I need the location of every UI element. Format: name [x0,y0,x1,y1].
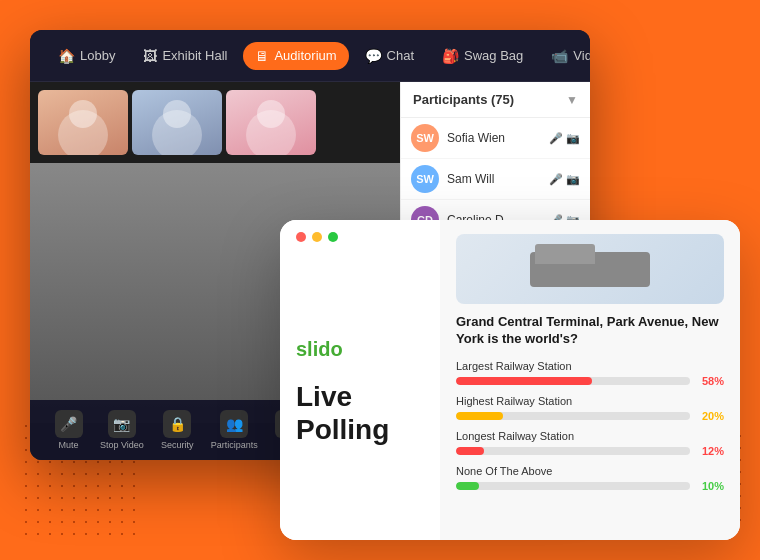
lobby-label: Lobby [80,48,115,63]
video-thumbnails [30,82,400,163]
toolbar-security-button[interactable]: 🔒 Security [161,410,194,450]
nav-item-chat[interactable]: 💬Chat [353,42,426,70]
mic-icon: 🎤 [549,132,563,145]
poll-options: Largest Railway Station 58% Highest Rail… [456,360,724,500]
poll-option-label: Largest Railway Station [456,360,724,372]
participants-count: Participants (75) [413,92,514,107]
toolbar-stop-video-button[interactable]: 📷 Stop Video [100,410,144,450]
poll-percentage: 10% [696,480,724,492]
auditorium-icon: 🖥 [255,48,269,64]
lobby-icon: 🏠 [58,48,75,64]
chevron-down-icon: ▼ [566,93,578,107]
poll-percentage: 58% [696,375,724,387]
poll-option-2: Longest Railway Station 12% [456,430,724,457]
participant-avatar: SW [411,124,439,152]
train-icon [530,252,650,287]
slido-title: Live Polling [296,381,424,445]
security-icon: 🔒 [163,410,191,438]
mic-icon: 🎤 [549,173,563,186]
nav-item-swag[interactable]: 🎒Swag Bag [430,42,535,70]
traffic-light-red[interactable] [296,232,306,242]
poll-bar-fill [456,447,484,455]
slido-image [456,234,724,304]
poll-option-3: None Of The Above 10% [456,465,724,492]
nav-item-video[interactable]: 📹Video Vault [539,42,590,70]
video-icon: 📹 [551,48,568,64]
participant-avatar: SW [411,165,439,193]
poll-bar-track [456,377,690,385]
swag-label: Swag Bag [464,48,523,63]
chat-label: Chat [387,48,414,63]
participants-header: Participants (75) ▼ [401,82,590,118]
slido-window: slido Live Polling Grand Central Termina… [280,220,740,540]
person-face-3 [226,90,316,155]
traffic-light-green[interactable] [328,232,338,242]
participant-item: SW Sofia Wien 🎤 📷 [401,118,590,159]
mute-icon: 🎤 [55,410,83,438]
person-face-1 [38,90,128,155]
stop-video-label: Stop Video [100,440,144,450]
person-face-2 [132,90,222,155]
poll-percentage: 20% [696,410,724,422]
slido-left-panel: slido Live Polling [280,220,440,540]
security-label: Security [161,440,194,450]
mute-label: Mute [59,440,79,450]
poll-bar-row: 12% [456,445,724,457]
thumbnail-2[interactable] [132,90,222,155]
poll-option-label: None Of The Above [456,465,724,477]
stop-video-icon: 📷 [108,410,136,438]
poll-bar-fill [456,377,592,385]
nav-item-exhibit[interactable]: 🖼Exhibit Hall [131,42,239,70]
thumbnail-3[interactable] [226,90,316,155]
auditorium-label: Auditorium [274,48,336,63]
poll-bar-track [456,412,690,420]
exhibit-icon: 🖼 [143,48,157,64]
poll-option-0: Largest Railway Station 58% [456,360,724,387]
poll-option-label: Highest Railway Station [456,395,724,407]
thumbnail-1[interactable] [38,90,128,155]
participant-name: Sam Will [447,172,541,186]
poll-bar-row: 58% [456,375,724,387]
poll-bar-row: 10% [456,480,724,492]
participants-icon: 👥 [220,410,248,438]
slido-right-panel: Grand Central Terminal, Park Avenue, New… [440,220,740,540]
traffic-lights [296,232,338,242]
cam-icon: 📷 [566,132,580,145]
participant-name: Sofia Wien [447,131,541,145]
nav-item-lobby[interactable]: 🏠Lobby [46,42,127,70]
poll-bar-fill [456,412,503,420]
swag-icon: 🎒 [442,48,459,64]
poll-question: Grand Central Terminal, Park Avenue, New… [456,314,724,348]
participant-item: SW Sam Will 🎤 📷 [401,159,590,200]
traffic-light-yellow[interactable] [312,232,322,242]
poll-percentage: 12% [696,445,724,457]
top-nav: 🏠Lobby🖼Exhibit Hall🖥Auditorium💬Chat🎒Swag… [30,30,590,82]
cam-icon: 📷 [566,173,580,186]
poll-option-label: Longest Railway Station [456,430,724,442]
toolbar-participants-button[interactable]: 👥 Participants [211,410,258,450]
poll-bar-track [456,482,690,490]
poll-option-1: Highest Railway Station 20% [456,395,724,422]
chat-icon: 💬 [365,48,382,64]
slido-brand-logo: slido [296,338,424,361]
poll-bar-fill [456,482,479,490]
toolbar-mute-button[interactable]: 🎤 Mute [55,410,83,450]
poll-bar-track [456,447,690,455]
participant-icons: 🎤 📷 [549,173,580,186]
participant-icons: 🎤 📷 [549,132,580,145]
video-label: Video Vault [573,48,590,63]
nav-item-auditorium[interactable]: 🖥Auditorium [243,42,348,70]
participants-label: Participants [211,440,258,450]
exhibit-label: Exhibit Hall [162,48,227,63]
poll-bar-row: 20% [456,410,724,422]
